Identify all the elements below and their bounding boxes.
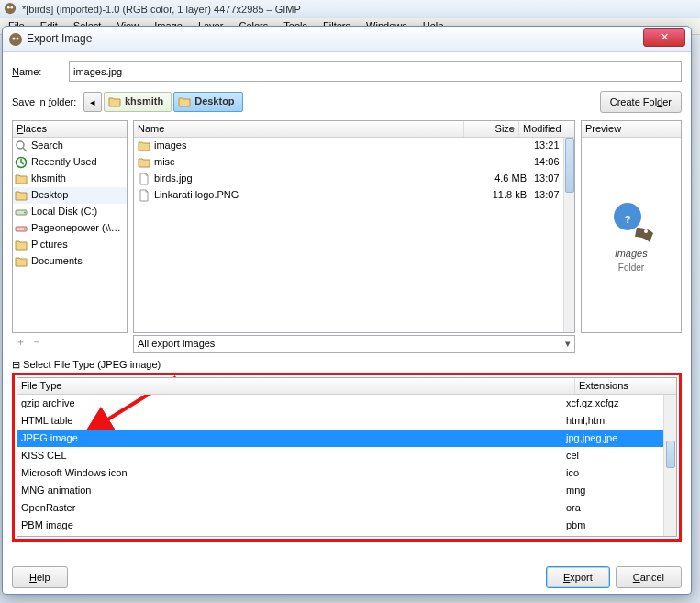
svg-point-5 — [17, 38, 19, 40]
netdrive-icon — [15, 222, 28, 235]
file-row[interactable]: misc14:06 — [134, 154, 574, 171]
dialog-body: Name: Save in folder: ◂ khsmith Desktop … — [3, 52, 691, 594]
file-list-body: images13:21misc14:06birds.jpg4.6 MB13:07… — [134, 138, 574, 332]
filetype-header: File Type Extensions — [17, 378, 676, 395]
export-button[interactable]: Export — [546, 566, 610, 588]
col-modified[interactable]: Modified — [519, 121, 574, 137]
folder-icon — [138, 140, 150, 152]
preview-header: Preview — [582, 121, 681, 138]
remove-place-button[interactable]: － — [31, 335, 41, 353]
search-icon — [15, 140, 28, 152]
file-scrollbar[interactable] — [563, 138, 574, 332]
folder-icon — [108, 95, 121, 108]
preview-question-icon: ? — [606, 198, 657, 244]
svg-point-3 — [9, 33, 22, 46]
filetype-highlight-box: File Type Extensions gzip archivexcf.gz,… — [12, 373, 682, 542]
svg-point-1 — [7, 6, 10, 9]
file-row[interactable]: Linkarati logo.PNG11.8 kB13:07 — [134, 187, 574, 204]
gimp-icon — [8, 32, 23, 47]
scrollbar-thumb[interactable] — [666, 441, 675, 468]
filename-input[interactable] — [69, 61, 682, 82]
app-title-text: *[birds] (imported)-1.0 (RGB color, 1 la… — [22, 4, 301, 15]
filetype-row[interactable]: KISS CELcel — [17, 447, 663, 464]
svg-point-0 — [5, 3, 16, 14]
file-icon — [138, 173, 150, 185]
folder-icon — [15, 239, 28, 251]
file-browser: Places SearchRecently UsedkhsmithDesktop… — [12, 120, 682, 333]
help-button[interactable]: Help — [12, 566, 68, 588]
drive-icon — [15, 206, 28, 218]
filetype-row[interactable]: gzip archivexcf.gz,xcfgz — [17, 395, 663, 412]
svg-point-4 — [13, 38, 16, 40]
add-place-button[interactable]: ＋ — [16, 335, 26, 353]
recent-icon — [15, 156, 28, 169]
app-titlebar: *[birds] (imported)-1.0 (RGB color, 1 la… — [0, 0, 700, 18]
file-list-header: Name Size Modified — [134, 121, 574, 138]
svg-point-15 — [644, 229, 648, 233]
place-item-pageonepower-p1-[interactable]: Pageonepower (\\p1... — [13, 220, 127, 237]
close-button[interactable]: ✕ — [643, 28, 685, 47]
places-list: SearchRecently UsedkhsmithDesktopLocal D… — [13, 138, 127, 332]
places-header[interactable]: Places — [13, 121, 127, 138]
svg-point-6 — [17, 141, 24, 149]
folder-icon — [15, 189, 28, 202]
svg-text:?: ? — [625, 214, 631, 225]
filetype-row[interactable]: MNG animationmng — [17, 482, 663, 499]
filetype-list: File Type Extensions gzip archivexcf.gz,… — [17, 377, 677, 537]
preview-type: Folder — [618, 262, 644, 273]
filetype-scrollbar[interactable] — [663, 395, 676, 536]
svg-point-2 — [10, 6, 13, 9]
below-places-row: ＋ － All export images — [12, 335, 682, 353]
col-size[interactable]: Size — [464, 121, 519, 137]
place-item-recently-used[interactable]: Recently Used — [13, 154, 127, 171]
file-list-panel: Name Size Modified images13:21misc14:06b… — [133, 120, 575, 333]
place-item-pictures[interactable]: Pictures — [13, 237, 127, 253]
breadcrumb-back-button[interactable]: ◂ — [83, 92, 102, 112]
place-item-khsmith[interactable]: khsmith — [13, 171, 127, 187]
name-row: Name: — [12, 61, 682, 82]
filetype-row[interactable]: Microsoft Windows iconico — [17, 464, 663, 482]
name-label: Name: — [12, 66, 69, 77]
svg-line-7 — [23, 148, 27, 151]
place-item-documents[interactable]: Documents — [13, 253, 127, 270]
place-item-search[interactable]: Search — [13, 138, 127, 154]
file-icon — [138, 189, 150, 202]
dialog-title: Export Image — [27, 32, 92, 45]
filetype-expander[interactable]: Select File Type (JPEG image) — [12, 359, 682, 371]
col-name[interactable]: Name — [134, 121, 464, 137]
breadcrumb-desktop[interactable]: Desktop — [173, 92, 242, 112]
place-item-local-disk-c-[interactable]: Local Disk (C:) — [13, 204, 127, 220]
preview-panel: Preview ? images Folder — [581, 120, 682, 333]
filetype-row[interactable]: PBM imagepbm — [17, 517, 663, 534]
filetype-body: gzip archivexcf.gz,xcfgzHTML tablehtml,h… — [17, 395, 663, 536]
export-image-dialog: Export Image ✕ Name: Save in folder: ◂ k… — [2, 26, 692, 595]
file-row[interactable]: birds.jpg4.6 MB13:07 — [134, 171, 574, 187]
folder-icon — [15, 255, 28, 268]
dialog-titlebar[interactable]: Export Image ✕ — [3, 27, 691, 52]
gimp-icon — [4, 2, 17, 15]
filetype-row[interactable]: JPEG imagejpg,jpeg,jpe — [17, 430, 663, 447]
preview-name: images — [615, 248, 647, 259]
place-item-desktop[interactable]: Desktop — [13, 187, 127, 204]
create-folder-button[interactable]: Create Folder — [600, 91, 682, 113]
cancel-button[interactable]: Cancel — [616, 566, 682, 588]
folder-icon — [138, 156, 150, 169]
folder-icon — [178, 95, 191, 108]
add-remove-place: ＋ － — [12, 335, 128, 353]
svg-point-10 — [24, 212, 26, 214]
filetype-row[interactable]: OpenRasterora — [17, 499, 663, 517]
scrollbar-thumb[interactable] — [565, 138, 574, 193]
breadcrumb-khsmith[interactable]: khsmith — [104, 92, 172, 112]
gimp-main-window: *[birds] (imported)-1.0 (RGB color, 1 la… — [0, 0, 700, 603]
col-extensions[interactable]: Extensions — [575, 378, 676, 394]
places-panel: Places SearchRecently UsedkhsmithDesktop… — [12, 120, 128, 333]
file-row[interactable]: images13:21 — [134, 138, 574, 154]
folder-row: Save in folder: ◂ khsmith Desktop Create… — [12, 91, 682, 113]
filetype-row[interactable]: HTML tablehtml,htm — [17, 412, 663, 430]
col-filetype[interactable]: File Type — [17, 378, 575, 394]
preview-body: ? images Folder — [582, 138, 681, 332]
savein-label: Save in folder: — [12, 96, 83, 107]
folder-icon — [15, 173, 28, 185]
dialog-button-row: Help Export Cancel — [12, 566, 682, 588]
file-filter-select[interactable]: All export images — [133, 335, 575, 353]
